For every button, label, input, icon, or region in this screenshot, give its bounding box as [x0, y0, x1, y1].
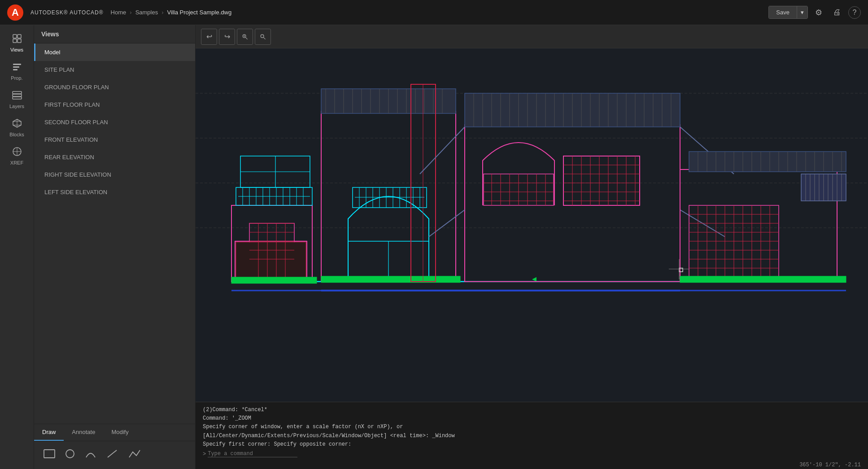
view-item-left-elevation[interactable]: LEFT SIDE ELEVATION [34, 183, 195, 201]
print-button[interactable]: 🖨 [829, 5, 845, 20]
tab-modify[interactable]: Modify [103, 424, 136, 441]
settings-button[interactable]: ⚙ [811, 5, 826, 20]
cmd-line-1: (2)Command: *Cancel* [203, 406, 861, 414]
svg-rect-7 [13, 66, 19, 68]
save-dropdown-button[interactable]: ▾ [797, 6, 807, 18]
draw-polyline-tool[interactable] [127, 448, 142, 462]
cmd-input-row: > [203, 451, 861, 457]
xref-icon [12, 146, 22, 158]
views-panel-header: Views [34, 25, 195, 43]
tab-draw[interactable]: Draw [34, 424, 64, 441]
svg-rect-2 [13, 35, 17, 38]
view-item-front-elevation[interactable]: FRONT ELEVATION [34, 131, 195, 148]
svg-rect-174 [689, 152, 846, 172]
properties-icon [12, 61, 22, 74]
svg-line-21 [108, 450, 117, 457]
zoom-extents-button[interactable] [237, 29, 253, 45]
sidebar-label-properties: Prop. [11, 75, 22, 81]
breadcrumb-file: Villa Project Sample.dwg [167, 9, 232, 16]
svg-rect-5 [17, 39, 21, 43]
breadcrumb-sep1: › [130, 9, 131, 16]
draw-circle-tool[interactable] [65, 448, 75, 462]
view-item-rear-elevation[interactable]: REAR ELEVATION [34, 148, 195, 166]
sidebar-item-layers[interactable]: Layers [0, 85, 34, 113]
views-panel-bottom: Draw Annotate Modify [34, 424, 195, 469]
svg-rect-38 [236, 242, 306, 278]
breadcrumb-samples[interactable]: Samples [135, 9, 158, 16]
bottom-tabs: Draw Annotate Modify [34, 424, 195, 441]
sidebar-item-xref[interactable]: XREF [0, 142, 34, 170]
view-item-model[interactable]: Model [34, 43, 195, 61]
view-item-ground-floor[interactable]: GROUND FLOOR PLAN [34, 78, 195, 96]
sidebar-item-blocks[interactable]: Blocks [0, 113, 34, 142]
canvas-toolbar: ↩ ↪ [196, 25, 868, 48]
views-list: Model SITE PLAN GROUND FLOOR PLAN FIRST … [34, 43, 195, 201]
sidebar-item-views[interactable]: Views [0, 29, 34, 57]
view-item-right-elevation[interactable]: RIGHT SIDE ELEVATION [34, 166, 195, 183]
svg-rect-28 [261, 35, 264, 37]
redo-button[interactable]: ↪ [219, 29, 235, 45]
svg-point-20 [66, 450, 74, 458]
svg-line-27 [263, 37, 265, 39]
svg-rect-19 [44, 450, 55, 458]
topbar: A AUTODESK® AUTOCAD® Home › Samples › Vi… [0, 0, 868, 25]
autodesk-logo: A [7, 4, 23, 21]
draw-line-tool[interactable] [106, 448, 118, 462]
command-area: (2)Command: *Cancel* Command: '_ZOOM Spe… [196, 402, 868, 461]
svg-rect-9 [13, 91, 22, 94]
svg-rect-48 [231, 277, 317, 283]
svg-text:A: A [12, 7, 19, 18]
svg-rect-10 [13, 94, 22, 96]
help-button[interactable]: ? [848, 6, 861, 19]
sidebar-label-blocks: Blocks [9, 132, 24, 137]
svg-rect-3 [17, 35, 21, 38]
svg-line-23 [245, 37, 247, 39]
view-item-first-floor[interactable]: FIRST FLOOR PLAN [34, 96, 195, 113]
cmd-prompt: > [203, 451, 206, 457]
views-icon [12, 33, 22, 45]
cmd-line-4: [All/Center/Dynamic/Extents/Previous/Sca… [203, 432, 861, 440]
view-item-site-plan[interactable]: SITE PLAN [34, 61, 195, 78]
zoom-window-button[interactable] [255, 29, 271, 45]
save-button[interactable]: Save [769, 6, 797, 18]
sidebar-item-properties[interactable]: Prop. [0, 57, 34, 85]
sidebar-label-layers: Layers [9, 104, 24, 109]
blocks-icon [12, 118, 22, 130]
canvas-area: ↩ ↪ [196, 25, 868, 469]
save-button-group: Save ▾ [768, 6, 808, 19]
drawing-canvas[interactable] [196, 48, 868, 402]
cmd-line-2: Command: '_ZOOM [203, 414, 861, 423]
status-bar: 365'-10 1/2", -2.11 [196, 461, 868, 469]
undo-button[interactable]: ↩ [201, 29, 217, 45]
svg-rect-94 [321, 276, 460, 282]
sidebar: Views Prop. Layers [0, 25, 34, 469]
cmd-line-5: Specify first corner: Specify opposite c… [203, 440, 861, 449]
svg-rect-192 [680, 276, 846, 282]
cad-drawing [196, 48, 868, 402]
svg-rect-8 [13, 69, 17, 70]
breadcrumb: Home › Samples › Villa Project Sample.dw… [111, 9, 762, 16]
topbar-actions: Save ▾ ⚙ 🖨 ? [768, 5, 861, 20]
tab-annotate[interactable]: Annotate [64, 424, 103, 441]
sidebar-label-views: Views [10, 47, 23, 52]
draw-tools [34, 441, 195, 469]
svg-rect-4 [13, 39, 17, 43]
view-item-second-floor[interactable]: SECOND FLOOR PLAN [34, 113, 195, 131]
coordinate-display: 365'-10 1/2", -2.11 [799, 462, 861, 468]
draw-rectangle-tool[interactable] [43, 449, 56, 461]
command-input[interactable] [208, 451, 297, 457]
sidebar-label-xref: XREF [10, 160, 23, 165]
svg-rect-11 [13, 97, 22, 99]
svg-rect-6 [13, 64, 21, 65]
views-panel: Views Model SITE PLAN GROUND FLOOR PLAN … [34, 25, 196, 469]
breadcrumb-home[interactable]: Home [111, 9, 126, 16]
draw-arc-tool[interactable] [84, 448, 97, 462]
cmd-line-3: Specify corner of window, enter a scale … [203, 423, 861, 431]
main-area: Views Prop. Layers [0, 25, 868, 469]
app-title: AUTODESK® AUTOCAD® [31, 9, 104, 16]
breadcrumb-sep2: › [161, 9, 163, 16]
layers-icon [12, 90, 22, 102]
